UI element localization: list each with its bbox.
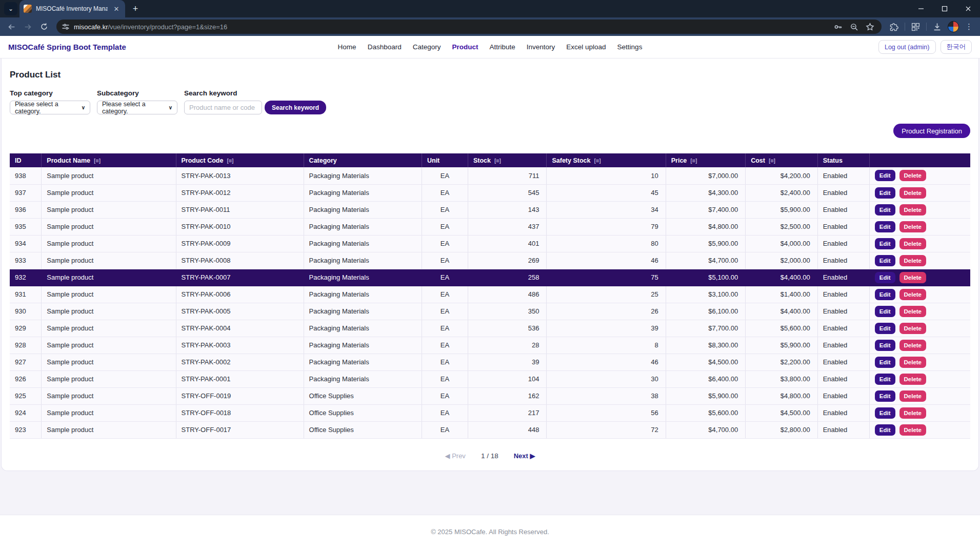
nav-inventory[interactable]: Inventory xyxy=(527,43,555,51)
table-row[interactable]: 936Sample productSTRY-PAK-0011Packaging … xyxy=(10,201,970,218)
bookmark-star-icon[interactable] xyxy=(866,23,874,31)
reload-button[interactable] xyxy=(37,19,51,34)
search-keyword-button[interactable]: Search keyword xyxy=(265,101,326,114)
edit-button[interactable]: Edit xyxy=(875,204,895,216)
nav-product[interactable]: Product xyxy=(452,43,478,51)
delete-button[interactable]: Delete xyxy=(899,289,927,300)
sort-icon[interactable]: [≡] xyxy=(94,158,101,164)
nav-excel-upload[interactable]: Excel upload xyxy=(566,43,606,51)
table-row[interactable]: 937Sample productSTRY-PAK-0012Packaging … xyxy=(10,184,970,201)
nav-dashboard[interactable]: Dashboard xyxy=(368,43,402,51)
prev-page-button[interactable]: ◀ Prev xyxy=(445,452,466,460)
top-category-select[interactable]: Please select a category. ∨ xyxy=(10,101,90,114)
edit-button[interactable]: Edit xyxy=(875,340,895,351)
delete-button[interactable]: Delete xyxy=(899,407,927,419)
column-header[interactable]: Stock[≡] xyxy=(468,153,547,167)
browser-tab[interactable]: MISOCafé Inventory Managem ✕ xyxy=(19,0,125,17)
next-page-button[interactable]: Next ▶ xyxy=(514,452,535,460)
delete-button[interactable]: Delete xyxy=(899,340,927,351)
table-row[interactable]: 935Sample productSTRY-PAK-0010Packaging … xyxy=(10,218,970,235)
edit-button[interactable]: Edit xyxy=(875,289,895,300)
table-row[interactable]: 929Sample productSTRY-PAK-0004Packaging … xyxy=(10,320,970,337)
table-row[interactable]: 934Sample productSTRY-PAK-0009Packaging … xyxy=(10,235,970,252)
delete-button[interactable]: Delete xyxy=(899,272,927,283)
delete-button[interactable]: Delete xyxy=(899,424,927,436)
edit-button[interactable]: Edit xyxy=(875,221,895,232)
edit-button[interactable]: Edit xyxy=(875,357,895,368)
nav-home[interactable]: Home xyxy=(338,43,356,51)
downloads-icon[interactable] xyxy=(933,23,942,31)
edit-button[interactable]: Edit xyxy=(875,306,895,317)
edit-button[interactable]: Edit xyxy=(875,272,895,283)
subcategory-select[interactable]: Please select a category. ∨ xyxy=(97,101,177,114)
edit-button[interactable]: Edit xyxy=(875,255,895,266)
site-info-icon[interactable] xyxy=(62,23,70,31)
tab-close-icon[interactable]: ✕ xyxy=(112,4,121,13)
zoom-out-icon[interactable] xyxy=(850,23,858,31)
delete-button[interactable]: Delete xyxy=(899,357,927,368)
table-row[interactable]: 926Sample productSTRY-PAK-0001Packaging … xyxy=(10,370,970,387)
delete-button[interactable]: Delete xyxy=(899,221,927,232)
cell-actions: EditDelete xyxy=(869,337,970,354)
table-row[interactable]: 933Sample productSTRY-PAK-0008Packaging … xyxy=(10,252,970,269)
sort-icon[interactable]: [≡] xyxy=(769,158,775,164)
table-row[interactable]: 923Sample productSTRY-OFF-0017Office Sup… xyxy=(10,421,970,438)
browser-menu-icon[interactable]: ⋮ xyxy=(965,22,973,31)
table-row[interactable]: 928Sample productSTRY-PAK-0003Packaging … xyxy=(10,337,970,354)
delete-button[interactable]: Delete xyxy=(899,255,927,266)
delete-button[interactable]: Delete xyxy=(899,170,927,181)
search-input[interactable] xyxy=(184,101,262,114)
column-header[interactable]: Product Name[≡] xyxy=(42,153,176,167)
new-tab-button[interactable]: + xyxy=(128,2,143,16)
column-header[interactable]: Cost[≡] xyxy=(746,153,817,167)
back-button[interactable] xyxy=(4,19,18,34)
table-row[interactable]: 930Sample productSTRY-PAK-0005Packaging … xyxy=(10,303,970,320)
url-text[interactable]: misocafe.kr/vue/inventory/product?page=1… xyxy=(74,23,830,31)
column-header[interactable]: Price[≡] xyxy=(666,153,745,167)
column-header[interactable]: Product Code[≡] xyxy=(176,153,304,167)
forward-button[interactable] xyxy=(21,19,35,34)
table-row[interactable]: 925Sample productSTRY-OFF-0019Office Sup… xyxy=(10,387,970,404)
table-row[interactable]: 932Sample productSTRY-PAK-0007Packaging … xyxy=(10,269,970,286)
delete-button[interactable]: Delete xyxy=(899,187,927,199)
tab-grid-icon[interactable] xyxy=(911,23,920,31)
delete-button[interactable]: Delete xyxy=(899,390,927,402)
edit-button[interactable]: Edit xyxy=(875,407,895,419)
product-registration-button[interactable]: Product Registration xyxy=(893,124,970,138)
sort-icon[interactable]: [≡] xyxy=(594,158,601,164)
nav-category[interactable]: Category xyxy=(413,43,441,51)
close-window-button[interactable] xyxy=(956,0,980,17)
delete-button[interactable]: Delete xyxy=(899,238,927,249)
extensions-icon[interactable] xyxy=(890,23,898,31)
minimize-button[interactable] xyxy=(909,0,933,17)
url-bar[interactable]: misocafe.kr/vue/inventory/product?page=1… xyxy=(56,19,882,34)
maximize-button[interactable] xyxy=(933,0,956,17)
password-key-icon[interactable] xyxy=(834,23,843,31)
edit-button[interactable]: Edit xyxy=(875,187,895,199)
table-row[interactable]: 924Sample productSTRY-OFF-0018Office Sup… xyxy=(10,404,970,421)
cell-code: STRY-PAK-0005 xyxy=(176,303,304,320)
column-header[interactable]: Safety Stock[≡] xyxy=(547,153,666,167)
nav-settings[interactable]: Settings xyxy=(617,43,643,51)
edit-button[interactable]: Edit xyxy=(875,374,895,385)
language-button[interactable]: 한국어 xyxy=(941,40,972,54)
table-row[interactable]: 938Sample productSTRY-PAK-0013Packaging … xyxy=(10,167,970,184)
delete-button[interactable]: Delete xyxy=(899,374,927,385)
table-row[interactable]: 927Sample productSTRY-PAK-0002Packaging … xyxy=(10,354,970,370)
delete-button[interactable]: Delete xyxy=(899,323,927,334)
edit-button[interactable]: Edit xyxy=(875,323,895,334)
delete-button[interactable]: Delete xyxy=(899,204,927,216)
edit-button[interactable]: Edit xyxy=(875,170,895,181)
sort-icon[interactable]: [≡] xyxy=(227,158,233,164)
edit-button[interactable]: Edit xyxy=(875,238,895,249)
tab-search-chevron-button[interactable]: ⌄ xyxy=(4,2,17,15)
nav-attribute[interactable]: Attribute xyxy=(489,43,515,51)
edit-button[interactable]: Edit xyxy=(875,424,895,436)
profile-avatar[interactable] xyxy=(948,21,959,32)
edit-button[interactable]: Edit xyxy=(875,390,895,402)
logout-button[interactable]: Log out (admin) xyxy=(878,40,936,54)
delete-button[interactable]: Delete xyxy=(899,306,927,317)
sort-icon[interactable]: [≡] xyxy=(494,158,501,164)
table-row[interactable]: 931Sample productSTRY-PAK-0006Packaging … xyxy=(10,286,970,303)
sort-icon[interactable]: [≡] xyxy=(690,158,697,164)
